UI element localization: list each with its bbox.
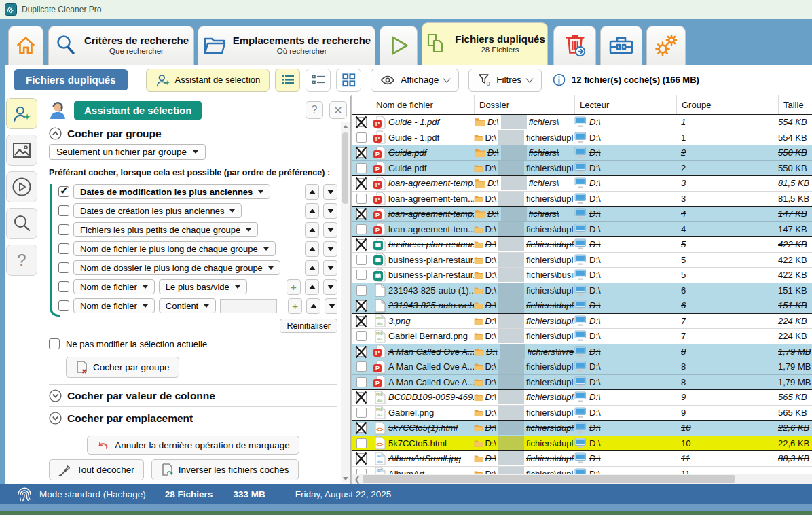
header-checkbox-column[interactable] <box>352 95 371 114</box>
table-row[interactable]: PNG Gabriel.png D:\ fichiers\duplic... D… <box>352 405 812 421</box>
move-rule-up-button[interactable] <box>305 241 319 257</box>
move-rule-up-button[interactable] <box>305 222 319 238</box>
rule-option-select[interactable]: Nom de fichier <box>73 298 155 313</box>
move-rule-up-button[interactable] <box>305 203 319 219</box>
rail-media-preview-button[interactable] <box>6 171 37 202</box>
table-row[interactable]: P A Man Called Ove A... D:\ fichiers\dup… <box>352 359 812 374</box>
rail-search-button[interactable] <box>6 208 37 239</box>
selection-assistant-button[interactable]: Assistant de sélection <box>146 69 270 92</box>
keep-selection-checkbox[interactable] <box>49 338 60 349</box>
rail-help-button[interactable]: ? <box>6 245 37 276</box>
table-row[interactable]: business-plan-restaur... D:\ fichiers\du… <box>352 236 812 252</box>
table-row[interactable]: PNG Gabriel Bernard.png D:\ fichiers\dup… <box>352 328 812 344</box>
move-rule-down-button[interactable] <box>323 184 337 200</box>
section-check-by-column[interactable]: Cocher par valeur de colonne <box>49 385 337 406</box>
tab-home[interactable] <box>8 26 43 65</box>
scrollbar-thumb[interactable] <box>363 475 735 483</box>
move-rule-up-button[interactable] <box>305 260 319 276</box>
table-horizontal-scrollbar[interactable]: ❮ <box>352 474 812 484</box>
header-file-name[interactable]: Nom de fichier <box>371 95 474 114</box>
rule-option-select[interactable]: Nom de dossier le plus long de chaque gr… <box>73 260 280 275</box>
tab-start-scan[interactable] <box>380 26 418 65</box>
table-row[interactable]: P loan-agreement-temp... D:\ fichiers\ D… <box>352 206 812 221</box>
row-checkbox[interactable] <box>356 270 367 280</box>
rule-checkbox[interactable] <box>58 205 69 216</box>
row-checkbox[interactable] <box>356 255 367 265</box>
row-checkbox[interactable] <box>356 194 367 204</box>
table-row[interactable]: P A Man Called Ove A... D:\ fichiers\liv… <box>352 344 812 359</box>
section-check-by-location[interactable]: Cocher par emplacement <box>49 407 337 429</box>
row-checkbox[interactable] <box>356 163 367 173</box>
check-by-group-button[interactable]: Cocher par groupe <box>66 357 179 378</box>
move-rule-up-button[interactable] <box>305 184 319 200</box>
table-row[interactable]: P A Man Called Ove A... D:\ fichiers\dup… <box>352 374 812 390</box>
view-grid-button[interactable] <box>336 69 361 92</box>
panel-close-button[interactable]: ✕ <box>329 101 347 119</box>
move-rule-down-button[interactable] <box>323 260 337 276</box>
header-group[interactable]: Groupe <box>676 95 778 114</box>
row-checkbox[interactable] <box>356 377 367 387</box>
view-details-button[interactable] <box>275 69 300 92</box>
row-checkbox[interactable] <box>356 469 367 474</box>
header-folder[interactable]: Dossier <box>474 95 574 114</box>
add-rule-button[interactable]: + <box>288 298 302 314</box>
rule-option-select[interactable]: Fichiers les plus petits de chaque group… <box>73 222 258 237</box>
row-checkbox[interactable] <box>356 331 367 341</box>
add-rule-button[interactable]: + <box>287 279 301 295</box>
rule-option-select[interactable]: Nom de fichier le plus long de chaque gr… <box>73 241 276 256</box>
rule-operator-select[interactable]: Contient <box>159 298 216 313</box>
panel-vertical-scrollbar[interactable] <box>341 122 350 483</box>
invert-checked-button[interactable]: Inverser les fichiers cochés <box>151 459 299 480</box>
section-check-by-group[interactable]: Cocher par groupe <box>49 122 337 144</box>
uncheck-all-button[interactable]: Tout décocher <box>49 459 144 480</box>
duplicate-files-section-button[interactable]: Fichiers dupliqués <box>14 69 128 90</box>
table-row[interactable]: JPG AlbumArtSmall.jpg D:\ fichiers\dupli… <box>352 450 812 466</box>
table-row[interactable]: PNG BC0DB109-0059-469... D:\ fichiers\du… <box>352 389 812 405</box>
rule-checkbox[interactable] <box>58 224 69 235</box>
group-mode-select[interactable]: Seulement un fichier par groupe <box>49 144 206 160</box>
view-list-button[interactable] <box>306 69 331 92</box>
table-row[interactable]: P loan-agreement-temp... D:\ fichiers\ D… <box>352 175 812 191</box>
table-row[interactable]: <> 5k7CCto5.html D:\ fichiers\duplic... … <box>352 436 812 451</box>
table-row[interactable]: P Guide - 1.pdf D:\ fichiers\duplic... D… <box>352 130 812 145</box>
row-checkbox[interactable] <box>356 361 367 372</box>
row-checkbox[interactable] <box>356 438 367 448</box>
table-row[interactable]: 231943-825-auto (1).... D:\ fichiers\dup… <box>352 283 812 298</box>
row-checkbox[interactable] <box>356 408 367 418</box>
table-row[interactable]: business-plan-restaur... D:\ fichiers\bu… <box>352 267 812 283</box>
row-checkbox[interactable] <box>356 285 367 296</box>
rule-checkbox[interactable] <box>58 186 69 197</box>
undo-last-marking-button[interactable]: Annuler la dernière opération de marquag… <box>87 436 299 455</box>
rule-checkbox[interactable] <box>58 281 69 292</box>
table-row[interactable]: business-plan-restaur... D:\ fichiers\du… <box>352 252 812 268</box>
header-size[interactable]: Taille <box>778 95 812 114</box>
table-row[interactable]: 231943-825-auto.webp D:\ fichiers\duplic… <box>352 298 812 313</box>
tab-duplicate-files[interactable]: Fichiers dupliqués28 Fichiers <box>422 22 548 65</box>
table-row[interactable]: P Guide - 1.pdf D:\ fichiers\ D:\ 1 554 … <box>352 114 812 130</box>
table-row[interactable]: PNG 3.png D:\ fichiers\duplic... D:\ 7 2… <box>352 313 812 329</box>
tab-search-locations[interactable]: Emplacements de rechercheOù rechercher <box>198 26 375 65</box>
rule-checkbox[interactable] <box>58 243 69 254</box>
reset-button[interactable]: Réinitialiser <box>280 319 337 333</box>
rail-image-preview-button[interactable] <box>6 135 37 166</box>
panel-help-button[interactable]: ? <box>306 101 323 119</box>
rail-selection-assistant-button[interactable] <box>6 98 37 129</box>
rule-option-select[interactable]: Dates de modification les plus anciennes <box>73 184 270 199</box>
move-rule-up-button[interactable] <box>306 298 320 314</box>
tab-file-removal[interactable] <box>553 26 596 65</box>
row-checkbox[interactable] <box>356 224 367 234</box>
move-rule-down-button[interactable] <box>323 222 337 238</box>
row-checkbox[interactable] <box>356 132 367 143</box>
move-rule-down-button[interactable] <box>323 241 337 257</box>
table-row[interactable]: <> 5k7CCto5(1).html D:\ fichiers\duplic.… <box>352 420 812 436</box>
move-rule-up-button[interactable] <box>305 279 319 295</box>
display-dropdown[interactable]: Affichage <box>371 69 459 92</box>
table-row[interactable]: P Guide.pdf D:\ fichiers\ D:\ 2 550 KB <box>352 145 812 160</box>
filters-dropdown[interactable]: 0 Filtres <box>468 69 542 92</box>
tab-settings[interactable] <box>646 26 686 65</box>
tab-search-criteria[interactable]: Critères de rechercheQue rechercher <box>48 26 194 65</box>
rule-value-input[interactable] <box>220 299 277 313</box>
rule-operator-select[interactable]: Le plus bas/vide <box>159 279 247 294</box>
tab-tools[interactable] <box>600 26 642 65</box>
move-rule-down-button[interactable] <box>323 279 337 295</box>
